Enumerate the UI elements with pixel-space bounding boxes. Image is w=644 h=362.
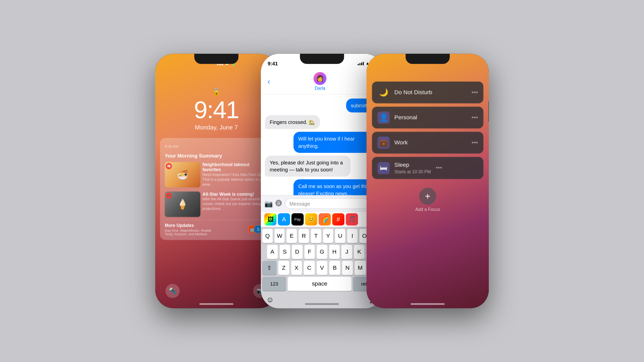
wifi-icon: ▲ [225, 61, 229, 66]
news1-title: Neighborhood takeout favorites [203, 162, 268, 172]
focus-personal[interactable]: 👤 Personal ••• [372, 107, 484, 128]
app-store-input-icon[interactable]: 🅐 [275, 200, 282, 207]
news1-content: Neighborhood takeout favorites Need insp… [203, 162, 268, 188]
key-x[interactable]: X [291, 261, 302, 275]
key-i[interactable]: I [347, 229, 357, 243]
news1-item: Neighborhood takeout favorites Need insp… [203, 162, 268, 187]
lock-date: Monday, June 7 [195, 124, 238, 131]
phone-2: 9:41 ▲ 🔋 ‹ 👩 Darla [261, 54, 383, 308]
applepay-app-icon[interactable]: Pay [292, 213, 304, 225]
sticker-app-icon[interactable]: 🌈 [319, 213, 331, 225]
status-bar: ▲ 🔋 [190, 54, 243, 69]
briefcase-icon: 💼 [377, 137, 390, 149]
key-space[interactable]: space [288, 277, 351, 291]
focus-work[interactable]: 💼 Work ••• [372, 132, 484, 153]
hashtag-app-icon[interactable]: # [332, 213, 345, 225]
news2-content: All-Star Week is coming! With the All-St… [203, 192, 268, 217]
focus-do-not-disturb[interactable]: 🌙 Do Not Disturb ••• [372, 81, 484, 103]
focus-sleep[interactable]: 🛏 Sleep Starts at 10:30 PM ••• [372, 157, 484, 179]
emoji-key[interactable]: ☺ [264, 293, 276, 306]
music-app-icon[interactable]: 🎵 [346, 213, 358, 225]
news2-title: All-Star Week is coming! [203, 192, 268, 197]
more-updates-content: More Updates Day One, WaterMinder, Reddi… [165, 223, 219, 236]
work-label: Work [394, 139, 467, 146]
bubble-received-2: Yes, please do! Just going into a meetin… [265, 156, 350, 177]
key-b[interactable]: B [329, 261, 340, 275]
lock-screen: ▲ 🔋 🔒 9:41 Monday, June 7 9:30 AM 11 You… [155, 54, 277, 308]
key-m[interactable]: M [355, 261, 366, 275]
key-s[interactable]: S [279, 245, 290, 259]
home-indicator [199, 303, 233, 305]
focus-content: 🌙 Do Not Disturb ••• 👤 Personal ••• 💼 Wo… [367, 65, 489, 308]
phone-1: ▲ 🔋 🔒 9:41 Monday, June 7 9:30 AM 11 You… [155, 54, 277, 308]
key-z[interactable]: Z [278, 261, 289, 275]
key-u[interactable]: U [335, 229, 345, 243]
key-k[interactable]: K [354, 245, 365, 259]
contact-info[interactable]: 👩 Darla [313, 72, 326, 91]
message-input-field[interactable]: Message [285, 198, 369, 209]
more-title: More Updates [165, 223, 219, 228]
more-updates-row: More Updates Day One, WaterMinder, Reddi… [165, 223, 268, 236]
camera-input-icon[interactable]: 📷 [264, 200, 273, 208]
news2-desc: With the All-Star Game just around the c… [203, 197, 268, 211]
battery-icon: 🔋 [231, 61, 236, 66]
contact-avatar: 👩 [313, 72, 326, 85]
notification-card[interactable]: 9:30 AM 11 Your Morning Summary 📰 Neighb… [160, 138, 273, 240]
back-button[interactable]: ‹ [266, 76, 272, 87]
app-strip: 🖼 A Pay 😊 🌈 # 🎵 [261, 212, 383, 227]
notif-images: 📰 Neighborhood takeout favorites Need in… [165, 162, 268, 188]
key-123[interactable]: 123 [262, 277, 286, 291]
bubble-sent-3: Call me as soon as you get this, please!… [294, 179, 379, 195]
messages-status-bar: 9:41 ▲ 🔋 [261, 54, 383, 69]
key-shift[interactable]: ⇧ [262, 261, 276, 275]
keyboard-row-3: ⇧ Z X C V B N M ⌫ [262, 261, 382, 275]
key-a[interactable]: A [267, 245, 278, 259]
personal-more[interactable]: ••• [471, 114, 478, 121]
add-focus-section: + Add a Focus [372, 188, 484, 212]
photos-app-icon[interactable]: 🖼 [264, 213, 277, 225]
lock-icon: 🔒 [212, 87, 221, 96]
signal-icon-2 [358, 61, 364, 65]
sleep-label: Sleep [394, 162, 431, 168]
key-f[interactable]: F [304, 245, 315, 259]
key-v[interactable]: V [316, 261, 328, 275]
more-desc: Day One, WaterMinder, Reddit, Tasty, Ama… [165, 229, 219, 236]
key-r[interactable]: R [299, 229, 309, 243]
lock-screen-content: ▲ 🔋 🔒 9:41 Monday, June 7 9:30 AM 11 You… [155, 54, 277, 308]
keyboard: Q W E R T Y U I O P A S D F G H [261, 227, 383, 308]
phone-3: ▲ 🔋 🌙 Do Not Disturb ••• 👤 Personal ••• … [367, 54, 489, 308]
key-y[interactable]: Y [323, 229, 333, 243]
key-q[interactable]: Q [262, 229, 272, 243]
add-focus-button[interactable]: + [419, 188, 436, 205]
keyboard-row-1: Q W E R T Y U I O P [262, 229, 382, 243]
news1-badge: 📰 [166, 163, 172, 169]
notif-title: Your Morning Summary [165, 153, 268, 159]
messages-time: 9:41 [268, 60, 278, 66]
do-not-disturb-label: Do Not Disturb [394, 89, 467, 96]
messages-list: submitted! Fingers crossed. 🏡 Will let y… [261, 95, 383, 195]
work-more[interactable]: ••• [471, 139, 478, 146]
key-h[interactable]: H [329, 245, 340, 259]
lock-time: 9:41 [194, 98, 239, 122]
do-not-disturb-more[interactable]: ••• [471, 89, 478, 96]
bubble-sent-2: Will let you know if I hear anything. [294, 132, 379, 153]
sleep-more[interactable]: ••• [436, 164, 442, 171]
memoji-app-icon[interactable]: 😊 [305, 213, 317, 225]
signal-icon [217, 61, 223, 65]
key-w[interactable]: W [274, 229, 285, 243]
moon-icon: 🌙 [377, 86, 390, 99]
news1-desc: Need inspiration? Kea Mao from Up Thai i… [203, 172, 268, 187]
notif-header: 9:30 AM 11 [165, 143, 268, 150]
key-c[interactable]: C [304, 261, 315, 275]
key-n[interactable]: N [342, 261, 353, 275]
key-e[interactable]: E [287, 229, 297, 243]
add-focus-label: Add a Focus [415, 207, 440, 212]
appstore-app-icon[interactable]: A [278, 213, 290, 225]
key-j[interactable]: J [341, 245, 352, 259]
key-d[interactable]: D [292, 245, 303, 259]
news2-row: 🎮 All-Star Week is coming! With the All-… [165, 192, 268, 217]
home-indicator-3 [411, 303, 445, 305]
key-t[interactable]: T [311, 229, 321, 243]
messages-content: 9:41 ▲ 🔋 ‹ 👩 Darla [261, 54, 383, 308]
key-g[interactable]: G [317, 245, 328, 259]
